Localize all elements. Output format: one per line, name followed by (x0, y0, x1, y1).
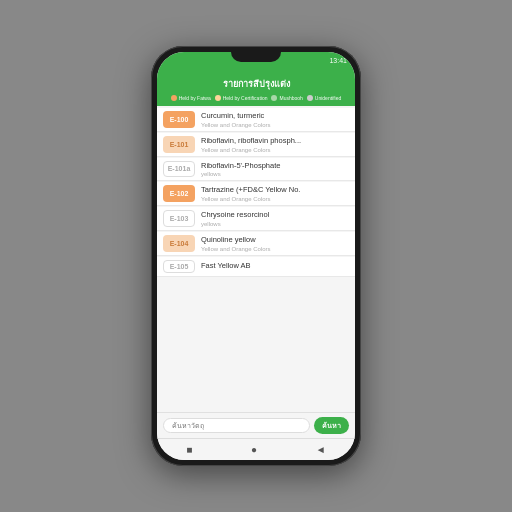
item-text: Curcumin, turmeric Yellow and Orange Col… (201, 111, 349, 128)
item-category: Yellow and Orange Colors (201, 147, 349, 153)
item-text: Riboflavin, riboflavin phosph... Yellow … (201, 136, 349, 153)
legend-dot (215, 95, 221, 101)
item-name: Quinoline yellow (201, 235, 349, 245)
search-button[interactable]: ค้นหา (314, 417, 349, 434)
e-number-badge: E-100 (163, 111, 195, 128)
legend-item-held-fatwa: Held by Fatwa (171, 95, 211, 101)
item-category: Yellow and Orange Colors (201, 196, 349, 202)
legend-item-held-cert: Held by Certification (215, 95, 268, 101)
list-item[interactable]: E-101a Riboflavin-5'-Phosphate yellows (157, 158, 355, 182)
app-header: รายการสีปรุงแต่ง Held by Fatwa Held by C… (157, 74, 355, 106)
list-item[interactable]: E-102 Tartrazine (+FD&C Yellow No. Yello… (157, 182, 355, 206)
legend-label: Mushbooh (279, 95, 302, 101)
item-text: Riboflavin-5'-Phosphate yellows (201, 161, 349, 178)
e-number-badge: E-101a (163, 161, 195, 178)
legend-dot (271, 95, 277, 101)
legend-label: Held by Fatwa (179, 95, 211, 101)
app-title: รายการสีปรุงแต่ง (165, 77, 347, 91)
item-name: Chrysoine resorcinol (201, 210, 349, 220)
legend-dot (307, 95, 313, 101)
list-item[interactable]: E-103 Chrysoine resorcinol yellows (157, 207, 355, 231)
e-number-badge: E-103 (163, 210, 195, 227)
menu-icon[interactable]: ● (251, 444, 257, 455)
item-text: Tartrazine (+FD&C Yellow No. Yellow and … (201, 185, 349, 202)
legend-item-mushbooh: Mushbooh (271, 95, 302, 101)
list-item[interactable]: E-100 Curcumin, turmeric Yellow and Oran… (157, 108, 355, 132)
item-name: Riboflavin-5'-Phosphate (201, 161, 349, 171)
status-bar: 13:41 (157, 52, 355, 74)
notch (231, 52, 281, 62)
item-category: yellows (201, 221, 349, 227)
food-additive-list: E-100 Curcumin, turmeric Yellow and Oran… (157, 106, 355, 412)
item-name: Riboflavin, riboflavin phosph... (201, 136, 349, 146)
legend-label: Held by Certification (223, 95, 268, 101)
navigation-bar: ■ ● ◄ (157, 438, 355, 460)
main-content: E-100 Curcumin, turmeric Yellow and Oran… (157, 106, 355, 460)
list-item[interactable]: E-105 Fast Yellow AB (157, 257, 355, 277)
back-icon[interactable]: ◄ (316, 444, 326, 455)
item-text: Chrysoine resorcinol yellows (201, 210, 349, 227)
list-item[interactable]: E-101 Riboflavin, riboflavin phosph... Y… (157, 133, 355, 157)
status-time: 13:41 (329, 57, 347, 64)
e-number-badge: E-105 (163, 260, 195, 273)
search-bar: ค้นหา (157, 412, 355, 438)
item-text: Quinoline yellow Yellow and Orange Color… (201, 235, 349, 252)
search-input[interactable] (163, 418, 310, 433)
item-name: Tartrazine (+FD&C Yellow No. (201, 185, 349, 195)
home-icon[interactable]: ■ (186, 444, 192, 455)
e-number-badge: E-102 (163, 185, 195, 202)
phone-frame: 13:41 รายการสีปรุงแต่ง Held by Fatwa Hel… (151, 46, 361, 466)
item-category: yellows (201, 171, 349, 177)
legend-item-unidentified: Unidentified (307, 95, 341, 101)
legend-dot (171, 95, 177, 101)
list-item[interactable]: E-104 Quinoline yellow Yellow and Orange… (157, 232, 355, 256)
item-category: Yellow and Orange Colors (201, 246, 349, 252)
legend-label: Unidentified (315, 95, 341, 101)
item-text: Fast Yellow AB (201, 260, 349, 273)
e-number-badge: E-104 (163, 235, 195, 252)
e-number-badge: E-101 (163, 136, 195, 153)
item-category: Yellow and Orange Colors (201, 122, 349, 128)
legend-bar: Held by Fatwa Held by Certification Mush… (165, 95, 347, 101)
phone-screen: 13:41 รายการสีปรุงแต่ง Held by Fatwa Hel… (157, 52, 355, 460)
item-name: Fast Yellow AB (201, 261, 349, 271)
item-name: Curcumin, turmeric (201, 111, 349, 121)
